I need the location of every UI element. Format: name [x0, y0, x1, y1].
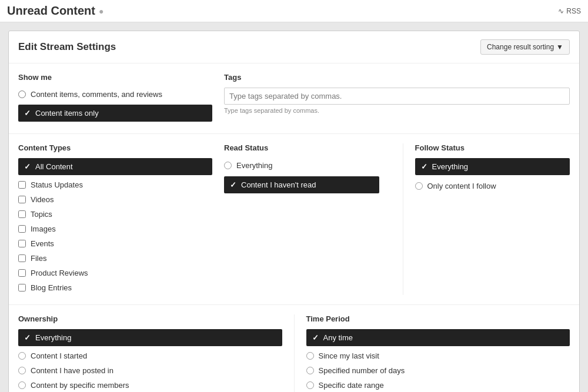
files-checkbox[interactable]	[18, 254, 26, 262]
files-option[interactable]: Files	[18, 251, 212, 266]
settings-title: Edit Stream Settings	[18, 41, 116, 53]
ownership-started-option[interactable]: Content I started	[18, 349, 282, 363]
events-checkbox[interactable]	[18, 240, 26, 247]
read-status-col: Read Status Everything ✓ Content I haven…	[224, 143, 391, 295]
videos-text: Videos	[31, 195, 54, 204]
follow-only-option[interactable]: Only content I follow	[415, 179, 570, 193]
show-me-label: Show me	[18, 73, 212, 82]
check-icon: ✓	[312, 333, 319, 342]
show-me-items-only-option[interactable]: ✓ Content items only	[18, 105, 212, 122]
radio-icon	[415, 182, 423, 190]
check-icon: ✓	[24, 162, 31, 171]
events-option[interactable]: Events	[18, 236, 212, 251]
ownership-specific-text: Content by specific members	[31, 381, 129, 390]
time-days-option[interactable]: Specified number of days	[306, 363, 570, 378]
check-icon: ✓	[24, 333, 31, 342]
radio-icon	[306, 352, 314, 360]
title-text: Unread Content	[7, 4, 95, 18]
read-not-read-text: Content I haven't read	[241, 180, 316, 189]
ownership-time-section: Ownership ✓ Everything Content I started…	[9, 305, 579, 392]
product-reviews-option[interactable]: Product Reviews	[18, 266, 212, 280]
ownership-col: Ownership ✓ Everything Content I started…	[18, 314, 294, 392]
radio-icon	[18, 381, 26, 389]
change-sorting-label: Change result sorting	[487, 43, 554, 51]
topics-text: Topics	[31, 210, 52, 219]
blog-entries-checkbox[interactable]	[18, 284, 26, 292]
rss-label: RSS	[566, 7, 581, 15]
product-reviews-checkbox[interactable]	[18, 269, 26, 277]
settings-header: Edit Stream Settings Change result sorti…	[9, 31, 579, 63]
all-content-option[interactable]: ✓ All Content	[18, 158, 212, 175]
main-area: Edit Stream Settings Change result sorti…	[0, 22, 588, 392]
settings-panel: Edit Stream Settings Change result sorti…	[8, 31, 580, 392]
tags-col: Tags Type tags separated by commas.	[224, 73, 570, 124]
content-types-label: Content Types	[18, 143, 212, 152]
status-updates-option[interactable]: Status Updates	[18, 177, 212, 192]
radio-icon	[18, 367, 26, 374]
time-period-col: Time Period ✓ Any time Since my last vis…	[294, 314, 570, 392]
blog-entries-text: Blog Entries	[31, 283, 72, 292]
show-me-section: Show me Content items, comments, and rev…	[9, 63, 579, 134]
change-sorting-button[interactable]: Change result sorting ▼	[480, 39, 570, 55]
follow-everything-text: Everything	[432, 162, 468, 171]
radio-icon	[306, 367, 314, 374]
videos-option[interactable]: Videos	[18, 192, 212, 207]
images-option[interactable]: Images	[18, 222, 212, 236]
top-bar: Unread Content ● ∿ RSS	[0, 0, 588, 22]
status-updates-checkbox[interactable]	[18, 181, 26, 189]
rss-icon: ∿	[558, 7, 564, 15]
show-me-all-option[interactable]: Content items, comments, and reviews	[18, 88, 212, 101]
radio-icon	[306, 381, 314, 389]
product-reviews-text: Product Reviews	[31, 269, 88, 277]
time-date-range-option[interactable]: Specific date range	[306, 378, 570, 392]
ownership-started-text: Content I started	[31, 351, 87, 360]
tags-label: Tags	[224, 73, 570, 82]
time-days-text: Specified number of days	[319, 366, 405, 375]
show-me-col: Show me Content items, comments, and rev…	[18, 73, 212, 124]
time-anytime-option[interactable]: ✓ Any time	[306, 329, 570, 346]
tags-input[interactable]	[224, 88, 570, 105]
all-content-text: All Content	[35, 162, 73, 171]
page-title: Unread Content ●	[7, 4, 103, 18]
topics-checkbox[interactable]	[18, 210, 26, 218]
ownership-label: Ownership	[18, 314, 282, 323]
check-icon: ✓	[421, 162, 427, 171]
tags-hint: Type tags separated by commas.	[224, 107, 570, 114]
time-last-visit-text: Since my last visit	[319, 351, 379, 360]
radio-icon	[18, 352, 26, 360]
images-checkbox[interactable]	[18, 225, 26, 233]
follow-status-col: Follow Status ✓ Everything Only content …	[403, 143, 570, 295]
follow-everything-option[interactable]: ✓ Everything	[415, 158, 570, 175]
events-text: Events	[31, 239, 54, 248]
videos-checkbox[interactable]	[18, 196, 26, 203]
show-me-all-radio[interactable]	[18, 91, 26, 98]
content-types-col: Content Types ✓ All Content Status Updat…	[18, 143, 212, 295]
rss-link[interactable]: ∿ RSS	[558, 7, 581, 15]
chevron-down-icon: ▼	[556, 43, 563, 51]
ownership-everything-text: Everything	[35, 333, 71, 342]
check-icon: ✓	[24, 109, 31, 118]
read-everything-text: Everything	[236, 161, 272, 170]
content-types-section: Content Types ✓ All Content Status Updat…	[9, 134, 579, 305]
read-not-read-option[interactable]: ✓ Content I haven't read	[224, 176, 379, 193]
ownership-posted-option[interactable]: Content I have posted in	[18, 363, 282, 378]
show-me-items-only-text: Content items only	[35, 109, 99, 118]
follow-status-label: Follow Status	[415, 143, 570, 152]
ownership-posted-text: Content I have posted in	[31, 366, 113, 375]
radio-icon	[224, 162, 232, 169]
ownership-everything-option[interactable]: ✓ Everything	[18, 329, 282, 346]
time-period-label: Time Period	[306, 314, 570, 323]
follow-only-text: Only content I follow	[427, 182, 496, 190]
read-status-label: Read Status	[224, 143, 379, 152]
status-updates-text: Status Updates	[31, 180, 83, 189]
ownership-specific-option[interactable]: Content by specific members	[18, 378, 282, 392]
files-text: Files	[31, 254, 46, 263]
read-everything-option[interactable]: Everything	[224, 158, 379, 173]
time-anytime-text: Any time	[323, 333, 353, 342]
topics-option[interactable]: Topics	[18, 207, 212, 222]
show-me-all-text: Content items, comments, and reviews	[31, 90, 162, 99]
time-last-visit-option[interactable]: Since my last visit	[306, 349, 570, 363]
blog-entries-option[interactable]: Blog Entries	[18, 280, 212, 295]
check-icon: ✓	[230, 180, 236, 189]
images-text: Images	[31, 225, 56, 233]
